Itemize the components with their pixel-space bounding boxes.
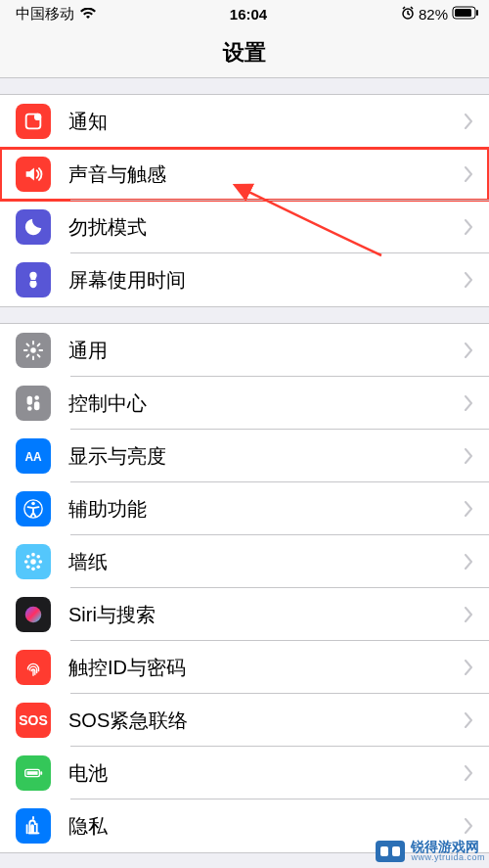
watermark-en: www.ytruida.com [411, 853, 485, 862]
siri-row[interactable]: Siri与搜索 [0, 588, 489, 641]
accessibility-row[interactable]: 辅助功能 [0, 482, 489, 535]
dnd-row[interactable]: 勿扰模式 [0, 201, 489, 253]
wallpaper-icon [16, 544, 51, 579]
svg-rect-13 [34, 401, 39, 410]
row-label: 墙纸 [68, 549, 464, 575]
svg-point-20 [31, 568, 35, 571]
screentime-row[interactable]: 屏幕使用时间 [0, 253, 489, 306]
control-center-row[interactable]: 控制中心 [0, 377, 489, 430]
row-label: 通知 [68, 109, 464, 135]
row-label: 通用 [68, 338, 464, 364]
siri-icon [16, 597, 51, 632]
svg-point-23 [26, 555, 30, 559]
battery-icon [452, 6, 479, 23]
alarm-icon [401, 6, 415, 23]
chevron-right-icon [464, 448, 473, 464]
chevron-right-icon [464, 395, 473, 411]
row-label: 触控ID与密码 [68, 655, 464, 681]
chevron-right-icon [464, 765, 473, 781]
row-label: Siri与搜索 [68, 602, 464, 628]
chevron-right-icon [464, 114, 473, 129]
svg-rect-29 [27, 771, 38, 775]
page-title: 设置 [223, 38, 266, 68]
touchid-row[interactable]: 触控ID与密码 [0, 641, 489, 694]
chevron-right-icon [464, 166, 473, 182]
settings-group: 通知声音与触感勿扰模式屏幕使用时间 [0, 94, 489, 307]
general-row[interactable]: 通用 [0, 324, 489, 377]
status-bar: 中国移动 16:04 82% [0, 0, 489, 27]
wallpaper-row[interactable]: 墙纸 [0, 535, 489, 588]
chevron-right-icon [464, 607, 473, 622]
svg-point-18 [30, 559, 36, 565]
sounds-row[interactable]: 声音与触感 [0, 148, 489, 201]
svg-rect-11 [27, 396, 32, 405]
watermark-logo-icon [376, 841, 405, 862]
chevron-right-icon [464, 818, 473, 834]
chevron-right-icon [464, 554, 473, 570]
touchid-icon [16, 650, 51, 685]
screentime-icon [16, 262, 51, 297]
svg-point-9 [34, 114, 41, 120]
svg-point-27 [25, 607, 42, 623]
svg-point-25 [26, 565, 30, 569]
row-label: 隐私 [68, 813, 464, 840]
general-icon [16, 333, 51, 368]
row-label: 电池 [68, 760, 464, 787]
display-icon: AA [16, 438, 51, 474]
row-label: 声音与触感 [68, 161, 464, 188]
settings-group: 通用控制中心AA显示与亮度辅助功能墙纸Siri与搜索触控ID与密码SOSSOS紧… [0, 323, 489, 853]
carrier-label: 中国移动 [16, 5, 74, 23]
svg-point-14 [34, 395, 39, 400]
accessibility-icon [16, 491, 51, 526]
clock-label: 16:04 [230, 6, 267, 23]
svg-rect-7 [476, 10, 478, 16]
watermark: 锐得游戏网 www.ytruida.com [376, 840, 485, 862]
battery-row[interactable]: 电池 [0, 747, 489, 799]
row-label: 辅助功能 [68, 496, 464, 523]
svg-point-26 [36, 565, 40, 569]
privacy-icon [16, 808, 51, 844]
sos-icon: SOS [16, 703, 51, 738]
display-row[interactable]: AA显示与亮度 [0, 430, 489, 482]
battery-percent-label: 82% [419, 6, 448, 23]
svg-point-24 [36, 555, 40, 559]
row-label: 显示与亮度 [68, 443, 464, 470]
nav-bar: 设置 [0, 27, 489, 78]
sounds-icon [16, 157, 51, 192]
chevron-right-icon [464, 343, 473, 358]
chevron-right-icon [464, 501, 473, 517]
svg-point-10 [30, 347, 36, 353]
row-label: 屏幕使用时间 [68, 267, 464, 294]
dnd-icon [16, 209, 51, 245]
row-label: 控制中心 [68, 390, 464, 417]
svg-point-22 [39, 560, 43, 564]
sos-row[interactable]: SOSSOS紧急联络 [0, 694, 489, 747]
notifications-icon [16, 104, 51, 139]
chevron-right-icon [464, 712, 473, 728]
watermark-cn: 锐得游戏网 [411, 840, 485, 853]
svg-point-19 [31, 553, 35, 557]
wifi-icon [80, 6, 96, 23]
chevron-right-icon [464, 660, 473, 675]
battery-icon [16, 755, 51, 791]
chevron-right-icon [464, 272, 473, 288]
svg-point-17 [31, 502, 35, 506]
svg-text:AA: AA [24, 450, 42, 464]
svg-point-12 [27, 406, 32, 411]
row-label: SOS紧急联络 [68, 708, 464, 734]
row-label: 勿扰模式 [68, 214, 464, 241]
chevron-right-icon [464, 219, 473, 235]
svg-point-21 [24, 560, 28, 564]
svg-rect-6 [455, 9, 471, 17]
control-center-icon [16, 386, 51, 421]
notifications-row[interactable]: 通知 [0, 95, 489, 148]
svg-rect-30 [40, 771, 42, 775]
